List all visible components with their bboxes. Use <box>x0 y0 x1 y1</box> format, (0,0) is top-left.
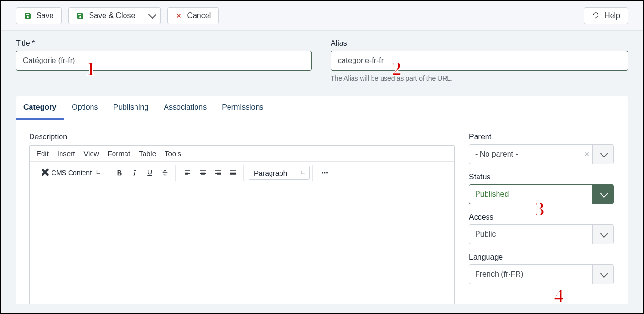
description-label: Description <box>29 133 455 141</box>
chevron-down-icon <box>601 150 606 158</box>
language-label: Language <box>469 253 614 262</box>
more-button[interactable] <box>318 166 332 180</box>
save-close-group: Save & Close <box>68 7 161 24</box>
menu-table[interactable]: Table <box>139 149 156 157</box>
clear-icon[interactable]: × <box>581 145 592 164</box>
parent-select[interactable]: - No parent - × <box>469 144 614 164</box>
parent-caret[interactable] <box>592 145 613 164</box>
parent-label: Parent <box>469 133 614 141</box>
status-select[interactable]: Published <box>469 184 614 204</box>
access-select[interactable]: Public <box>469 224 614 244</box>
access-label: Access <box>469 213 614 221</box>
title-label: Title * <box>16 39 312 48</box>
language-value: French (fr-FR) <box>469 265 592 284</box>
alias-label: Alias <box>331 39 628 48</box>
strikethrough-button[interactable] <box>158 166 172 180</box>
svg-point-0 <box>322 172 323 174</box>
access-caret[interactable] <box>592 225 613 244</box>
chevron-down-icon <box>601 271 606 279</box>
tab-associations[interactable]: Associations <box>156 96 214 120</box>
align-right-button[interactable] <box>211 166 225 180</box>
align-left-button[interactable] <box>180 166 195 180</box>
menu-view[interactable]: View <box>83 149 99 157</box>
svg-point-2 <box>326 172 328 174</box>
status-caret[interactable] <box>592 185 613 204</box>
status-value: Published <box>469 185 592 204</box>
access-value: Public <box>469 225 592 244</box>
chevron-down-icon <box>601 230 606 239</box>
tab-bar: Category Options Publishing Associations… <box>16 96 628 120</box>
question-icon <box>592 12 600 20</box>
alias-input[interactable] <box>331 51 628 71</box>
save-icon <box>24 12 31 20</box>
cancel-button[interactable]: Cancel <box>167 7 219 24</box>
save-dropdown-toggle[interactable] <box>143 7 161 24</box>
svg-point-1 <box>324 172 326 174</box>
tab-permissions[interactable]: Permissions <box>214 96 271 120</box>
status-label: Status <box>469 173 614 181</box>
menu-insert[interactable]: Insert <box>57 149 75 157</box>
block-format-select[interactable]: Paragraph <box>249 166 310 180</box>
chevron-down-icon <box>95 169 101 175</box>
save-button[interactable]: Save <box>16 7 62 24</box>
language-select[interactable]: French (fr-FR) <box>469 264 614 284</box>
menu-tools[interactable]: Tools <box>165 149 181 157</box>
help-button-label: Help <box>604 11 620 20</box>
tab-publishing[interactable]: Publishing <box>106 96 156 120</box>
chevron-down-icon <box>300 169 306 175</box>
bold-button[interactable] <box>112 166 126 180</box>
editor-menubar: Edit Insert View Format Table Tools <box>30 146 454 162</box>
title-input[interactable] <box>16 51 312 71</box>
menu-edit[interactable]: Edit <box>36 149 49 157</box>
cms-content-button[interactable]: CMS Content <box>36 166 104 180</box>
tab-options[interactable]: Options <box>64 96 105 120</box>
cancel-button-label: Cancel <box>187 11 211 20</box>
align-center-button[interactable] <box>196 166 210 180</box>
language-caret[interactable] <box>592 265 613 284</box>
underline-button[interactable] <box>143 166 157 180</box>
chevron-down-icon <box>601 190 606 199</box>
close-icon <box>176 12 182 19</box>
chevron-down-icon <box>149 11 155 20</box>
parent-value: - No parent - <box>469 145 581 164</box>
editor-body[interactable] <box>30 184 454 304</box>
tab-category[interactable]: Category <box>16 96 64 120</box>
editor-toolbar: CMS Content <box>30 162 454 184</box>
joomla-icon <box>40 168 49 178</box>
save-close-label: Save & Close <box>89 11 135 20</box>
alias-help-text: The Alias will be used as part of the UR… <box>331 74 628 82</box>
rich-text-editor: Edit Insert View Format Table Tools <box>29 145 455 304</box>
help-button[interactable]: Help <box>584 7 628 24</box>
align-justify-button[interactable] <box>226 166 240 180</box>
italic-button[interactable] <box>127 166 142 180</box>
menu-format[interactable]: Format <box>108 149 131 157</box>
save-button-label: Save <box>36 11 53 20</box>
save-icon <box>76 12 84 20</box>
block-format-value: Paragraph <box>254 169 287 177</box>
action-toolbar: Save Save & Close Cancel Help <box>1 1 643 31</box>
save-close-button[interactable]: Save & Close <box>68 7 143 24</box>
cms-content-label: CMS Content <box>52 169 92 177</box>
